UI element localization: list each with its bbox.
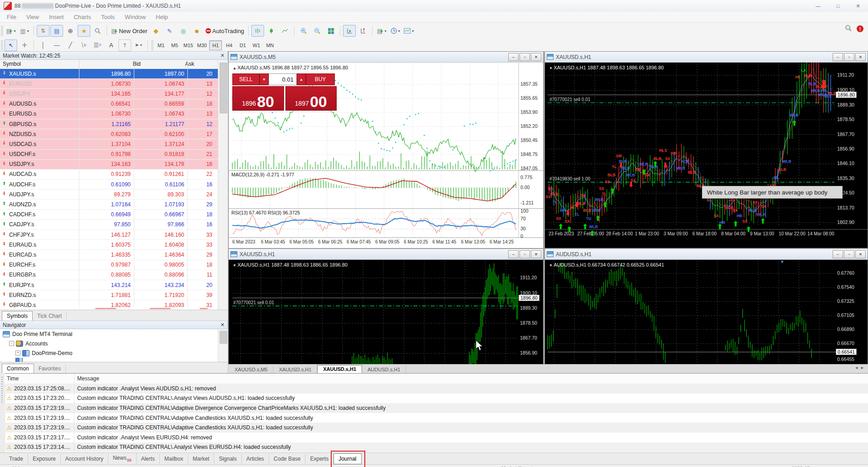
toolbar-grip2[interactable] [1,40,3,50]
terminal-tab-mailbox[interactable]: Mailbox [160,454,188,464]
volume-increase-stepper[interactable]: ▲ [297,73,306,85]
volume-decrease-stepper[interactable]: ▼ [260,73,269,85]
journal-row[interactable]: ⚠2023.03.15 17:23:17....Custom indicator… [5,433,868,443]
arrows-tool-button[interactable]: ➤▾ [132,39,145,51]
market-watch-row-audcad-s[interactable]: ⬇AUDCAD.s0.912390.9126122 [0,170,218,180]
chart-window-titlebar[interactable]: XAUUSD.s,H1–▫✕ [229,249,543,260]
menu-window[interactable]: Window [120,12,151,22]
zoom-in-icon[interactable] [297,25,310,37]
market-watch-row-usdjpy-s[interactable]: ⬇USDJPY.s134.163134.17916 [0,160,218,170]
text-label-icon[interactable]: T [118,39,131,51]
chart-tab-audusd-s-h1-3[interactable]: AUDUSD.s,H1 [362,366,406,373]
candlestick-icon[interactable] [265,25,278,37]
market-watch-row-euraud-s[interactable]: ⬇EURAUD.s1.603751.6040833 [0,240,218,250]
window-close-icon[interactable]: ✕ [531,250,541,258]
purse-icon[interactable]: ◆ [150,25,162,37]
indicators-button[interactable]: ▤+▾ [375,25,388,37]
menu-help[interactable]: Help [151,12,173,22]
journal-row[interactable]: ⚠2023.03.15 17:23:19....Custom indicator… [5,423,868,433]
periods-button[interactable]: ▾ [389,25,402,37]
timeframe-m5[interactable]: M5 [168,40,181,50]
window-minimize-icon[interactable]: – [833,53,843,61]
chart-window-titlebar[interactable]: XAUUSD.s,H1–▫✕ [545,52,868,63]
menu-view[interactable]: View [21,12,44,22]
maximize-button[interactable]: □ [828,0,848,12]
market-watch-toggle-icon[interactable]: ⇅ [37,25,49,37]
vertical-line-icon[interactable]: │ [37,39,49,51]
tab-symbols[interactable]: Symbols [2,311,33,321]
volume-input[interactable]: 0.01 [269,73,297,85]
window-restore-icon[interactable]: ▫ [520,250,530,258]
profiles-button[interactable]: ▥▾ [18,25,31,37]
collapse-icon[interactable]: ▼ [549,66,554,70]
market-watch-row-usdcad-s[interactable]: ⬇USDCAD.s1.371041.3712420 [0,139,218,149]
market-watch-row-xauusd-s[interactable]: ⬇XAUUSD.s1896.801897.0020 [0,69,218,79]
line-chart-icon[interactable] [279,25,291,37]
toolbar-grip[interactable] [1,26,3,36]
strategy-tester-icon[interactable] [91,25,104,37]
terminal-tab-account-history[interactable]: Account History [61,454,108,464]
window-minimize-icon[interactable]: – [508,250,519,258]
menu-file[interactable]: File [2,12,21,22]
navigator-item-dooprime-demo[interactable]: +DooPrime-Demo [0,348,218,358]
market-watch-row-audusd-s[interactable]: ⬇AUDUSD.s0.665410.6655918 [0,99,218,109]
expander-icon[interactable]: - [9,341,14,346]
terminal-tab-experts[interactable]: Experts [305,454,333,464]
buy-button[interactable]: BUY [306,73,335,85]
timeframe-h1[interactable]: H1 [209,40,222,50]
navigator-item-doo-prime-mt4-terminal[interactable]: Doo Prime MT4 Terminal [0,329,218,339]
window-minimize-icon[interactable]: – [833,250,843,258]
tile-windows-icon[interactable] [324,25,337,37]
menu-tools[interactable]: Tools [96,12,120,22]
journal-row[interactable]: ⚠2023.03.15 17:23:14....Custom indicator… [5,443,868,452]
chart-body-aud[interactable]: 0.677600.675400.673250.671050.668900.666… [545,260,868,373]
column-header-ask[interactable]: Ask [185,61,194,67]
close-button[interactable]: ✕ [848,0,868,12]
column-header-symbol[interactable]: Symbol [3,61,21,67]
terminal-tab-signals[interactable]: Signals [214,454,241,464]
journal-row[interactable]: ⚠2023.03.15 17:23:19....Custom indicator… [5,413,868,423]
market-watch-row-eurcad-s[interactable]: ⬇EURCAD.s1.463351.4636429 [0,250,218,260]
market-watch-row-eurnzd-s[interactable]: ⬇EURNZD.s1.718811.7192039 [0,290,218,300]
market-watch-row-eurusd-s[interactable]: ⬇EURUSD.s1.067301.0674313 [0,109,218,119]
chart-window-m5[interactable]: XAUUSD.s,M5–▫✕1857.351855.651853.901852.… [228,51,544,248]
menu-charts[interactable]: Charts [69,12,96,22]
market-watch-scrollbar[interactable] [218,60,228,310]
terminal-tab-exposure[interactable]: Exposure [28,454,61,464]
bar-chart-icon[interactable] [251,25,264,37]
timeframe-mn[interactable]: MN [264,40,276,50]
timeframe-d1[interactable]: D1 [236,40,249,50]
chart-tab-xauusd-s-h1-2[interactable]: XAUUSD.s,H1 [317,365,362,373]
one-click-trading-widget[interactable]: SELL▼0.01▲BUY189680189700 [232,73,337,111]
timeframe-h4[interactable]: H4 [223,40,235,50]
journal-row[interactable]: ⚠2023.03.15 17:23:20....Custom indicator… [5,394,868,404]
cursor-tool-icon[interactable]: ↖ [5,39,17,51]
window-restore-icon[interactable]: ▫ [520,53,530,61]
tab-common[interactable]: Common [2,364,34,374]
terminal-tab-news[interactable]: News99 [108,453,137,464]
fibonacci-icon[interactable]: ☰F [91,39,104,51]
market-watch-row-eurgbp-s[interactable]: ⬇EURGBP.s0.880850.8809611 [0,270,218,280]
new-order-button[interactable]: ▤+New Order [110,25,149,37]
market-watch-row-usdchf-s[interactable]: ⬇USDCHF.s0.917980.9181921 [0,150,218,160]
market-watch-row-usdjpy[interactable]: ⬇USDJPY134.165134.17712 [0,89,218,99]
market-watch-row-gbpusd-s[interactable]: ⬆GBPUSD.s1.211651.2117712 [0,119,218,129]
expander-icon[interactable]: + [15,350,20,355]
crosshair-tool-icon[interactable]: ✛ [18,39,31,51]
chart-tab-xauusd-s-h1-1[interactable]: XAUUSD.s,H1 [274,366,318,373]
navigator-toggle-icon[interactable]: ⊕ [64,25,77,37]
navigator-scrollbar[interactable] [218,329,228,362]
timeframe-w1[interactable]: W1 [250,40,263,50]
buy-price-button[interactable]: 189700 [285,86,337,111]
collapse-icon[interactable]: ▼ [549,263,554,268]
terminal-toggle-icon[interactable]: ★ [78,25,90,37]
terminal-tab-market[interactable]: Market [188,454,215,464]
market-watch-row-audnzd-s[interactable]: ⬆AUDNZD.s1.071641.0719329 [0,199,218,209]
market-watch-row-audchf-s[interactable]: ⬆AUDCHF.s0.610900.6110616 [0,180,218,190]
market-watch-close-icon[interactable]: ✕ [221,53,225,58]
sell-price-button[interactable]: 189680 [232,86,284,111]
chart-window-titlebar[interactable]: XAUUSD.s,M5–▫✕ [229,52,543,63]
chart-window-aud[interactable]: AUDUSD.s,H1–▫✕0.677600.675400.673250.671… [544,248,868,373]
market-watch-row-cadjpy-s[interactable]: ⬆CADJPY.s97.85097.86616 [0,220,218,230]
navigator-item-accounts[interactable]: -Accounts [0,339,218,348]
